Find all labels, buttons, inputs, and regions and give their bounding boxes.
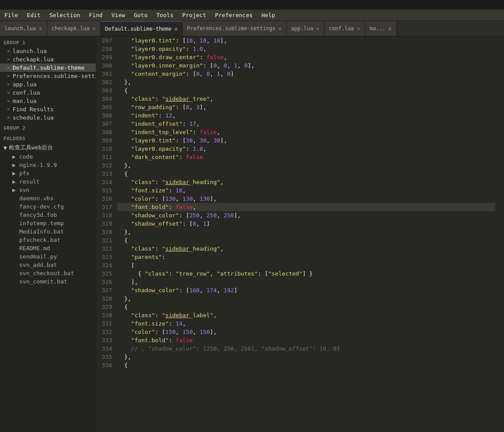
code-line: { [117, 361, 495, 369]
close-icon[interactable]: × [7, 106, 10, 112]
file-svn_checkout-bat[interactable]: svn_checkout.bat [0, 269, 96, 277]
sidebar-item-man-lua[interactable]: ×man.lua [0, 97, 96, 105]
code-line: "class": "sidebar_heading", [117, 244, 495, 253]
tab-label: Default.sublime-theme [105, 26, 172, 32]
sidebar-item-checkapk-lua[interactable]: ×checkapk.lua [0, 55, 96, 64]
editor[interactable]: 2972982993003013023033043053063073083093… [96, 36, 504, 432]
close-icon[interactable]: × [7, 57, 10, 62]
file-MediaInfo-bat[interactable]: MediaInfo.bat [0, 227, 96, 236]
line-number: 301 [100, 70, 112, 78]
line-number: 318 [100, 211, 112, 220]
tab-conf-lua[interactable]: conf.lua× [324, 21, 365, 36]
sidebar-item-conf-lua[interactable]: ×conf.lua [0, 89, 96, 97]
file-daemon-vbs[interactable]: daemon.vbs [0, 194, 96, 202]
sidebar-item-launch-lua[interactable]: ×launch.lua [0, 47, 96, 55]
tab-close-icon[interactable]: × [39, 25, 42, 32]
arrow-right-icon: ▶ [12, 187, 16, 193]
code-area: 2972982993003013023033043053063073083093… [96, 36, 504, 369]
line-number: 305 [100, 103, 112, 111]
line-number: 328 [100, 294, 112, 303]
menu-item-preferences[interactable]: Preferences [211, 11, 257, 20]
menu-item-find[interactable]: Find [85, 11, 107, 20]
tab-close-icon[interactable]: × [92, 25, 95, 32]
sidebar-item-label: man.lua [13, 98, 37, 104]
file-svn_commit-bat[interactable]: svn_commit.bat [0, 277, 96, 286]
file-README-md[interactable]: README.md [0, 244, 96, 252]
code-line: "dark_content": false [117, 153, 495, 161]
close-icon[interactable]: × [7, 48, 10, 54]
line-number: 333 [100, 336, 112, 344]
sidebar-item-Find Results[interactable]: ×Find Results [0, 105, 96, 113]
code-line: "layer0.opacity": 1.0, [117, 45, 495, 53]
line-number: 322 [100, 244, 112, 253]
line-number: 297 [100, 36, 112, 45]
menu-item-file[interactable]: File [0, 11, 22, 20]
file-infotemp-temp[interactable]: infotemp.temp [0, 219, 96, 227]
sidebar-item-app-lua[interactable]: ×app.lua [0, 80, 96, 89]
file-fancy-dev-cfg[interactable]: fancy-dev.cfg [0, 202, 96, 211]
sub-folder-svn[interactable]: ▶ svn [0, 186, 96, 194]
sidebar-item-label: Default.sublime-theme [13, 64, 85, 71]
tabbar: launch.lua×checkapk.lua×Default.sublime-… [0, 21, 504, 36]
line-number: 304 [100, 95, 112, 103]
sidebar-item-Preferences-sublime-settings[interactable]: ×Preferences.sublime-settings [0, 72, 96, 80]
menu-item-tools[interactable]: Tools [152, 11, 178, 20]
tab-checkapk-lua[interactable]: checkapk.lua× [47, 21, 101, 36]
line-number: 324 [100, 261, 112, 269]
line-number: 321 [100, 236, 112, 244]
tab-app-lua[interactable]: app.lua× [287, 21, 324, 36]
menu-item-selection[interactable]: Selection [45, 11, 85, 20]
tab-close-icon[interactable]: × [278, 25, 282, 32]
sidebar-item-label: conf.lua [13, 89, 40, 96]
sidebar-item-Default-sublime-theme[interactable]: ×Default.sublime-theme [0, 64, 96, 72]
line-number: 300 [100, 61, 112, 70]
line-number: 330 [100, 311, 112, 319]
close-icon[interactable]: × [7, 65, 10, 71]
tab-Default-sublime-theme[interactable]: Default.sublime-theme× [101, 21, 183, 36]
sub-folder-code[interactable]: ▶ code [0, 152, 96, 161]
sidebar-item-label: launch.lua [13, 48, 47, 54]
tab-label: conf.lua [329, 25, 354, 32]
sub-folder-result[interactable]: ▶ result [0, 177, 96, 186]
code-line: "class": "sidebar_tree", [117, 95, 495, 103]
tab-ma---[interactable]: ma...× [365, 21, 397, 36]
code-content: "layer0.tint": [10, 10, 10], "layer0.opa… [117, 36, 504, 369]
menu-item-help[interactable]: Help [257, 11, 279, 20]
line-number: 298 [100, 45, 112, 53]
sidebar-item-schedule-lua[interactable]: ×schedule.lua [0, 113, 96, 122]
line-number: 299 [100, 53, 112, 61]
code-line: "layer0.inner_margin": [0, 0, 1, 0], [117, 61, 495, 70]
line-number: 306 [100, 111, 112, 120]
root-folder[interactable]: ▼ 检查工具web后台 [0, 143, 96, 152]
menu-item-view[interactable]: View [107, 11, 129, 20]
menu-item-project[interactable]: Project [178, 11, 211, 20]
close-icon[interactable]: × [7, 73, 10, 79]
close-icon[interactable]: × [7, 98, 10, 104]
file-sendmail-py[interactable]: sendmail.py [0, 252, 96, 261]
tab-close-icon[interactable]: × [174, 26, 178, 32]
tab-close-icon[interactable]: × [357, 25, 360, 32]
tab-launch-lua[interactable]: launch.lua× [0, 21, 47, 36]
menu-item-edit[interactable]: Edit [22, 11, 45, 20]
menubar: FileEditSelectionFindViewGotoToolsProjec… [0, 10, 504, 21]
menu-item-goto[interactable]: Goto [130, 11, 152, 20]
file-svn_add-bat[interactable]: svn_add.bat [0, 261, 96, 269]
sub-folder-pfx[interactable]: ▶ pfx [0, 169, 96, 177]
code-line: "shadow_offset": [0, 1] [117, 220, 495, 228]
tab-close-icon[interactable]: × [316, 25, 319, 32]
code-line: "row_padding": [8, 3], [117, 103, 495, 111]
tab-Preferences-sublime-settings[interactable]: Preferences.sublime-settings× [183, 21, 287, 36]
code-line: "class": "sidebar_label", [117, 311, 495, 319]
code-line: "font.bold": false [117, 336, 495, 344]
tab-close-icon[interactable]: × [388, 25, 391, 32]
file-fancy3d-fob[interactable]: fancy3d.fob [0, 211, 96, 219]
code-line: [ [117, 261, 495, 269]
file-pfxcheck-bat[interactable]: pfxcheck.bat [0, 236, 96, 244]
arrow-right-icon: ▶ [12, 178, 16, 185]
sub-folder-nginx-1-9-9[interactable]: ▶ nginx-1.9.9 [0, 161, 96, 169]
code-line: "layer0.opacity": 1.0, [117, 145, 495, 153]
close-icon[interactable]: × [7, 90, 10, 96]
line-number: 325 [100, 269, 112, 278]
close-icon[interactable]: × [7, 81, 10, 87]
close-icon[interactable]: × [7, 115, 10, 120]
